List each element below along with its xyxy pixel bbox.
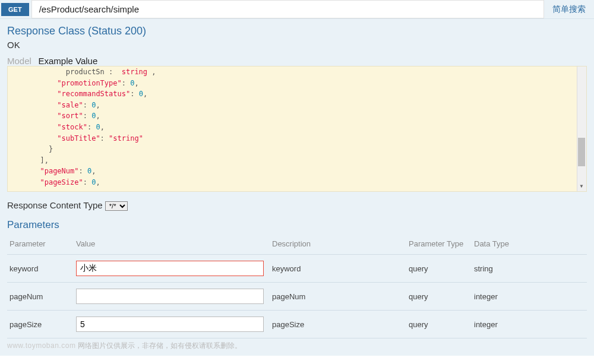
operation-content: Response Class (Status 200) OK Model Exa… bbox=[0, 19, 594, 356]
watermark-text: 网络图片仅供展示，非存储，如有侵权请联系删除。 bbox=[78, 341, 242, 350]
watermark-site: www.toymoban.com bbox=[7, 341, 75, 350]
response-status-text: OK bbox=[7, 40, 587, 50]
param-description: pageSize bbox=[270, 311, 406, 338]
param-type: query bbox=[406, 311, 472, 338]
param-name: keyword bbox=[7, 255, 74, 283]
parameters-header-row: Parameter Value Description Parameter Ty… bbox=[7, 236, 587, 255]
col-header-value: Value bbox=[74, 236, 270, 255]
table-row: keywordkeywordquerystring bbox=[7, 255, 587, 283]
http-method-badge: GET bbox=[1, 3, 29, 16]
response-content-type-select[interactable]: */* bbox=[105, 201, 128, 211]
param-data-type: string bbox=[472, 255, 587, 283]
param-value-input[interactable] bbox=[76, 316, 264, 332]
param-name: pageSize bbox=[7, 311, 74, 338]
param-value-input[interactable] bbox=[76, 289, 264, 304]
response-content-type-label: Response Content Type bbox=[7, 200, 103, 210]
parameters-heading: Parameters bbox=[7, 219, 587, 231]
param-value-input[interactable] bbox=[76, 261, 264, 276]
response-tabs: Model Example Value bbox=[7, 56, 587, 66]
param-data-type: integer bbox=[472, 311, 587, 338]
param-name: pageNum bbox=[7, 283, 74, 311]
response-content-type-row: Response Content Type */* bbox=[7, 200, 587, 211]
col-header-data-type: Data Type bbox=[472, 236, 587, 255]
table-row: pageSizepageSizequeryinteger bbox=[7, 311, 587, 338]
scrollbar-track[interactable] bbox=[577, 67, 586, 191]
api-description: 简单搜索 bbox=[544, 1, 594, 18]
scroll-down-icon[interactable]: ▼ bbox=[577, 182, 586, 191]
param-data-type: integer bbox=[472, 283, 587, 311]
param-description: keyword bbox=[270, 255, 406, 283]
scrollbar-thumb[interactable] bbox=[578, 138, 585, 166]
example-value-codebox[interactable]: productSn : string , "promotionType": 0,… bbox=[7, 66, 587, 192]
col-header-parameter: Parameter bbox=[7, 236, 74, 255]
param-description: pageNum bbox=[270, 283, 406, 311]
watermark-row: www.toymoban.com 网络图片仅供展示，非存储，如有侵权请联系删除。 bbox=[7, 338, 587, 351]
param-type: query bbox=[406, 283, 472, 311]
param-value-cell bbox=[74, 283, 270, 311]
table-row: pageNumpageNumqueryinteger bbox=[7, 283, 587, 311]
param-value-cell bbox=[74, 311, 270, 338]
tab-model[interactable]: Model bbox=[7, 56, 31, 66]
api-path[interactable]: /esProduct/search/simple bbox=[31, 0, 544, 18]
parameters-table: Parameter Value Description Parameter Ty… bbox=[7, 236, 587, 338]
api-header-row: GET /esProduct/search/simple 简单搜索 bbox=[0, 0, 594, 19]
response-class-heading: Response Class (Status 200) bbox=[7, 25, 587, 37]
col-header-description: Description bbox=[270, 236, 406, 255]
param-type: query bbox=[406, 255, 472, 283]
col-header-param-type: Parameter Type bbox=[406, 236, 472, 255]
param-value-cell bbox=[74, 255, 270, 283]
